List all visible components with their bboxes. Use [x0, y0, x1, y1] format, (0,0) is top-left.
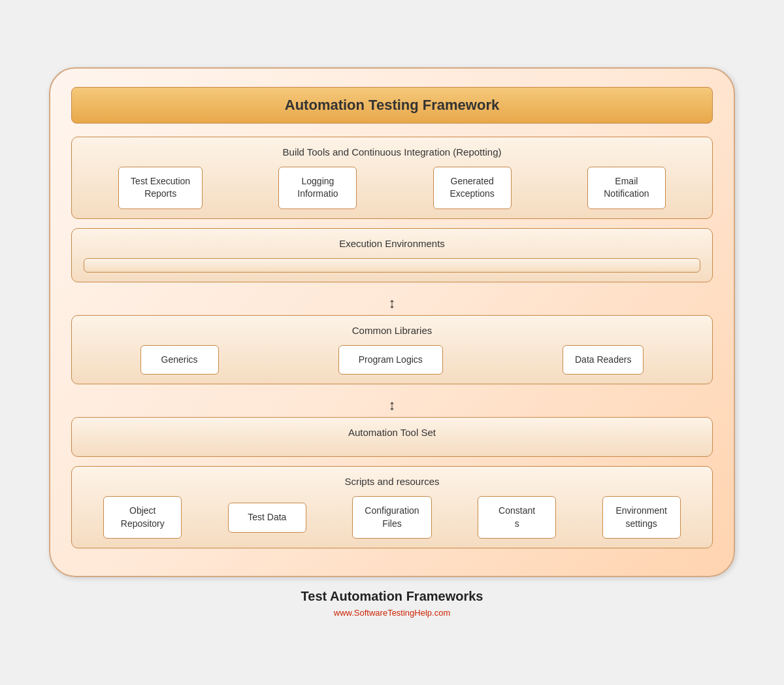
- main-title: Automation Testing Framework: [71, 87, 713, 124]
- box-generics: Generics: [140, 345, 219, 375]
- box-test-data: Test Data: [228, 503, 306, 533]
- section-execution-env: Execution Environments: [71, 228, 713, 282]
- build-tools-title: Build Tools and Continuous Integration (…: [84, 146, 700, 158]
- box-constants: Constants: [478, 496, 556, 539]
- scripts-resources-boxes: ObjectRepository Test Data Configuration…: [84, 496, 700, 539]
- main-container: Automation Testing Framework Build Tools…: [49, 67, 735, 578]
- build-tools-boxes: Test ExecutionReports LoggingInformatio …: [84, 167, 700, 209]
- execution-env-inner: [84, 258, 700, 273]
- box-object-repository: ObjectRepository: [103, 496, 182, 539]
- box-generated-exceptions: GeneratedExceptions: [433, 167, 512, 209]
- section-common-libraries: Common Libraries Generics Program Logics…: [71, 315, 713, 385]
- box-logging: LoggingInformatio: [278, 167, 357, 209]
- box-email-notification: EmailNotification: [587, 167, 666, 209]
- section-automation-toolset: Automation Tool Set: [71, 417, 713, 457]
- automation-toolset-title: Automation Tool Set: [84, 427, 700, 438]
- common-libraries-title: Common Libraries: [84, 325, 700, 336]
- arrow-2: ↕: [71, 393, 713, 417]
- bottom-url: www.SoftwareTestingHelp.com: [301, 608, 483, 618]
- bottom-title: Test Automation Frameworks: [301, 589, 483, 604]
- arrow-1: ↕: [71, 292, 713, 315]
- box-configuration-files: ConfigurationFiles: [352, 496, 431, 539]
- scripts-resources-title: Scripts and resources: [84, 476, 700, 487]
- box-program-logics: Program Logics: [338, 345, 443, 375]
- page-wrapper: Automation Testing Framework Build Tools…: [0, 0, 784, 685]
- bottom-caption: Test Automation Frameworks www.SoftwareT…: [301, 589, 483, 618]
- common-libraries-boxes: Generics Program Logics Data Readers: [84, 345, 700, 375]
- box-data-readers: Data Readers: [563, 345, 644, 375]
- section-build-tools: Build Tools and Continuous Integration (…: [71, 137, 713, 219]
- box-test-execution: Test ExecutionReports: [118, 167, 203, 209]
- box-environment-settings: Environmentsettings: [602, 496, 681, 539]
- section-scripts-resources: Scripts and resources ObjectRepository T…: [71, 466, 713, 548]
- execution-env-title: Execution Environments: [84, 238, 700, 249]
